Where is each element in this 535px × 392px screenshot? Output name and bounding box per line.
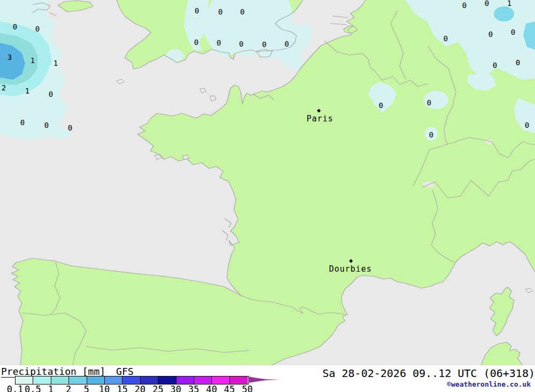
precip-lorraine-patch	[424, 91, 448, 109]
colorbar-tick: 20	[135, 384, 146, 392]
colorbar-segment	[51, 376, 69, 384]
colorbar-segment	[177, 376, 194, 384]
precipitation-colorbar	[15, 376, 249, 385]
weather-map-screenshot: 0031121000000000000001000000000ParisDour…	[0, 0, 535, 392]
copyright-notice: ©weatheronline.co.uk	[447, 380, 531, 388]
colorbar-tick: 50	[242, 384, 253, 392]
precip-devon-patch	[166, 49, 184, 62]
forecast-datetime: Sa 28-02-2026 09..12 UTC (06+318)	[323, 367, 535, 380]
colorbar-segment	[105, 376, 123, 384]
colorbar-tick: 1	[48, 384, 54, 392]
colorbar-segment	[87, 376, 105, 384]
colorbar-segment	[16, 376, 33, 384]
colorbar-tick: 10	[99, 384, 110, 392]
colorbar-overflow-arrow	[248, 376, 281, 383]
legend-title: Precipitation [mm]GFS	[1, 366, 134, 377]
colorbar-tick: 0.1	[7, 384, 24, 392]
colorbar-segment	[230, 376, 248, 384]
precip-dark-patch-1	[494, 6, 514, 21]
map-canvas	[0, 0, 535, 365]
colorbar-segment	[123, 376, 140, 384]
colorbar-tick: 25	[152, 384, 163, 392]
colorbar-tick: 15	[117, 384, 127, 392]
legend-footer: Precipitation [mm]GFS 0.10.5125101520253…	[0, 365, 535, 392]
colorbar-tick: 40	[206, 384, 217, 392]
colorbar-tick: 35	[188, 384, 199, 392]
colorbar-tick: 5	[83, 384, 89, 392]
colorbar-segment	[141, 376, 158, 384]
colorbar-segment	[158, 376, 176, 384]
colorbar-tick: 30	[170, 384, 181, 392]
colorbar-segment	[212, 376, 230, 384]
colorbar-tick: 45	[224, 384, 235, 392]
precipitation-map: 0031121000000000000001000000000ParisDour…	[0, 0, 535, 365]
colorbar-tick: 0.5	[25, 384, 41, 392]
legend-title-model: GFS	[116, 366, 134, 377]
colorbar-segment	[194, 376, 212, 384]
colorbar-segment	[69, 376, 87, 384]
colorbar-tick: 2	[66, 384, 71, 392]
colorbar-segment	[33, 376, 51, 384]
precip-vosges-patch	[425, 127, 438, 141]
